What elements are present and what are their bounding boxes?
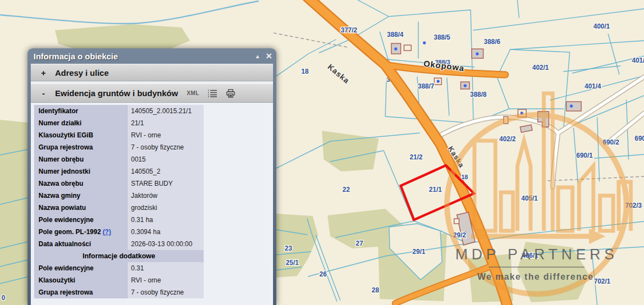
row-value: STARE BUDY (128, 178, 204, 190)
parcel-label: 28 (372, 286, 379, 294)
table-row: Nazwa powiatu grodziski (34, 202, 204, 214)
collapse-icon[interactable]: ▲ (255, 53, 260, 59)
row-value: 2026-03-13 00:00:00 (128, 238, 204, 250)
parcel-label: 402/2 (499, 135, 516, 143)
parcel-label: 690 (635, 135, 644, 142)
watermark-title: MDP PARTNERS (455, 246, 618, 263)
row-label: Nazwa powiatu (34, 202, 128, 214)
row-value: 140505_2 (128, 165, 204, 178)
parcel-label: 26 (319, 270, 327, 278)
section-adresy-i-ulice[interactable]: + Adresy i ulice (31, 64, 273, 81)
expand-plus-icon[interactable]: + (39, 68, 48, 77)
table-row: Data aktualności 2026-03-13 00:00:00 (34, 238, 204, 250)
section-label: Adresy i ulice (55, 68, 109, 77)
row-label: Numer działki (34, 117, 128, 129)
row-value: 0015 (128, 153, 204, 165)
table-row: Pole ewidencyjne 0.31 ha (34, 214, 204, 226)
parcel-label: 690/1 (576, 152, 593, 159)
row-label: Numer jednostki (34, 165, 128, 178)
table-row: Klasoużytki EGiB RVI - orne (34, 129, 204, 141)
parcel-label: 377/2 (341, 26, 357, 34)
row-value: 0.3094 ha (128, 226, 204, 238)
table-row: Nazwa gminy Jaktorów (34, 190, 204, 202)
parcel-label: 23 (285, 245, 292, 252)
parcel-label: 401/3 (632, 57, 644, 64)
parcel-label: 21/2 (410, 153, 423, 161)
collapse-minus-icon[interactable]: - (39, 88, 48, 98)
row-value: RVI - orne (128, 274, 204, 286)
row-value: 7 - osoby fizyczne (128, 141, 204, 153)
parcel-label: 22 (342, 186, 350, 193)
help-link[interactable]: (?) (102, 228, 111, 236)
row-label: Pole ewidencyjne (34, 214, 128, 226)
parcel-label: 388/6 (484, 38, 500, 46)
parcel-label: 27 (356, 240, 363, 247)
section-label: Ewidencja gruntów i budynków (55, 88, 178, 98)
parcel-label: 0 (2, 294, 6, 302)
table-row: Grupa rejestrowa 7 - osoby fizyczne (34, 141, 204, 153)
row-label: Numer obrębu (34, 153, 128, 165)
close-icon[interactable]: × (266, 52, 272, 60)
row-value: 0.31 ha (128, 214, 204, 226)
row-value: 140505_2.0015.21/1 (128, 105, 204, 117)
table-row: Identyfikator 140505_2.0015.21/1 (34, 105, 204, 117)
row-label: Grupa rejestrowa (34, 141, 128, 153)
object-info-panel: Informacja o obiekcie ▲ × + Adresy i uli… (28, 48, 276, 305)
panel-titlebar[interactable]: Informacja o obiekcie ▲ × (31, 48, 273, 64)
row-label: Pole ewidencyjne (34, 262, 128, 274)
panel-title: Informacja o obiekcie (34, 52, 118, 61)
parcel-label: 18 (461, 174, 468, 180)
row-label: Identyfikator (34, 105, 128, 117)
parcel-label: 388/8 (470, 91, 487, 98)
row-label: Data aktualności (34, 238, 128, 250)
parcel-label: 702/1 (594, 278, 610, 285)
row-label: Klasoużytki EGiB (34, 129, 128, 141)
parcel-label: 388/5 (434, 34, 450, 41)
row-label: Pole geom. PL-1992(?) (34, 226, 128, 238)
table-row: Numer obrębu 0015 (34, 153, 204, 165)
row-value: Jaktorów (128, 190, 204, 202)
watermark-tagline: We make the difference (477, 272, 593, 281)
table-subheader: Informacje dodatkowe (34, 250, 204, 262)
parcel-label: 29/1 (412, 248, 425, 256)
parcel-label: 401/4 (585, 82, 601, 90)
row-label: Nazwa gminy (34, 190, 128, 202)
table-row: Grupa rejestrowa 7 - osoby fizyczne (34, 286, 204, 298)
xml-export-button[interactable]: XML (187, 90, 199, 96)
parcel-label: 388/4 (387, 31, 403, 38)
parcel-label: 402/1 (532, 64, 549, 71)
parcel-label: 388/7 (418, 82, 434, 90)
attribute-table: Identyfikator 140505_2.0015.21/1 Numer d… (34, 105, 204, 298)
parcel-label: 21/1 (429, 186, 442, 193)
table-row: Numer jednostki 140505_2 (34, 165, 204, 178)
row-value: 0.31 (128, 262, 204, 274)
row-value: 21/1 (128, 117, 204, 129)
row-value: grodziski (128, 202, 204, 214)
row-value: 7 - osoby fizyczne (128, 286, 204, 298)
row-value: RVI - orne (128, 129, 204, 141)
parcel-label: 18 (301, 68, 309, 75)
table-row: Pole ewidencyjne 0.31 (34, 262, 204, 274)
table-row: Klasoużytki RVI - orne (34, 274, 204, 286)
panel-content: + Adresy i ulice - Ewidencja gruntów i b… (31, 64, 273, 305)
section-ewidencja[interactable]: - Ewidencja gruntów i budynków XML (31, 84, 273, 103)
parcel-label: 25/1 (286, 259, 299, 267)
table-row: Pole geom. PL-1992(?) 0.3094 ha (34, 226, 204, 238)
row-label: Nazwa obrębu (34, 178, 128, 190)
table-row: Nazwa obrębu STARE BUDY (34, 178, 204, 190)
row-label: Grupa rejestrowa (34, 286, 128, 298)
print-icon[interactable] (226, 89, 236, 98)
parcel-label: 400/1 (593, 23, 610, 30)
list-view-icon[interactable] (208, 89, 217, 98)
table-row: Numer działki 21/1 (34, 117, 204, 129)
row-label: Klasoużytki (34, 274, 128, 286)
